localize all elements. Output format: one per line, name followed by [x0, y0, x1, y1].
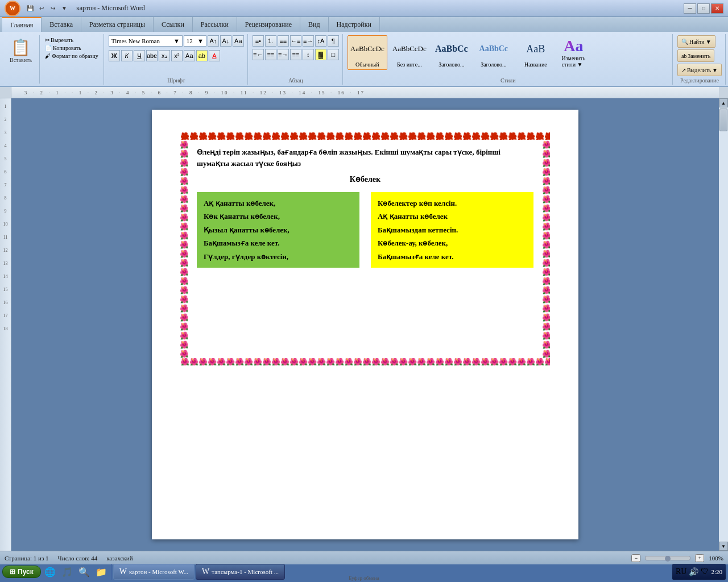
- tab-review[interactable]: Рецензирование: [237, 17, 300, 32]
- poem-title: Көбелек: [197, 174, 533, 184]
- border-bottom: 🌺🌺🌺🌺🌺🌺🌺🌺🌺🌺🌺🌺🌺🌺🌺🌺🌺🌺🌺🌺🌺🌺🌺🌺🌺🌺🌺🌺🌺🌺🌺🌺🌺🌺🌺🌺🌺🌺🌺🌺…: [180, 358, 550, 365]
- zoom-thumb[interactable]: [665, 556, 671, 562]
- tab-layout[interactable]: Разметка страницы: [81, 17, 154, 32]
- search-button[interactable]: 🔍: [76, 564, 92, 580]
- italic-button[interactable]: К: [121, 50, 133, 61]
- quick-dropdown-button[interactable]: ▼: [59, 3, 69, 14]
- bullets-button[interactable]: ≡•: [253, 35, 264, 47]
- ie-button[interactable]: 🌐: [42, 564, 58, 580]
- tray-antivirus-icon[interactable]: 🛡: [701, 567, 709, 576]
- grow-font-button[interactable]: A↑: [208, 35, 219, 47]
- tab-view[interactable]: Вид: [300, 17, 329, 32]
- multilevel-button[interactable]: ≡≡: [278, 35, 289, 47]
- change-styles-button[interactable]: Aa Изменитьстили ▼: [558, 35, 589, 69]
- highlight-button[interactable]: ab: [196, 50, 208, 61]
- style-no-spacing-button[interactable]: AaBbCcDc Без инте...: [390, 35, 429, 70]
- align-left-button[interactable]: ≡←: [253, 49, 264, 60]
- styles-group: AaBbCcDc Обычный AaBbCcDc Без инте... Aa…: [344, 34, 673, 85]
- taskbar-word1[interactable]: W картон - Microsoft W...: [113, 564, 195, 580]
- vertical-scrollbar: ▲ ▼: [719, 98, 728, 551]
- font-name-value: Times New Roman: [111, 38, 160, 44]
- minimize-button[interactable]: ─: [684, 3, 696, 14]
- font-selector-row: Times New Roman ▼ 12 ▼ A↑ A↓ Aa: [109, 35, 244, 47]
- office-button[interactable]: W: [5, 1, 20, 16]
- font-size-value: 12: [187, 38, 193, 44]
- ruler-area: 3 · 2 · 1 · · 1 · 2 · 3 · 4 · 5 · 6 · 7 …: [0, 87, 728, 98]
- superscript-button[interactable]: x²: [171, 50, 183, 61]
- quick-undo-button[interactable]: ↩: [36, 3, 47, 14]
- ribbon: Главная Вставка Разметка страницы Ссылки…: [0, 17, 728, 87]
- folder-button[interactable]: 📁: [93, 564, 109, 580]
- numbering-button[interactable]: 1.: [265, 35, 276, 47]
- borders-button[interactable]: □: [328, 49, 339, 60]
- document-area: 🌺🌺🌺🌺🌺🌺🌺🌺🌺🌺🌺🌺🌺🌺🌺🌺🌺🌺🌺🌺🌺🌺🌺🌺🌺🌺🌺🌺🌺🌺🌺🌺🌺🌺🌺🌺🌺🌺🌺🌺…: [11, 98, 719, 551]
- sort-button[interactable]: ↕A: [315, 35, 326, 47]
- align-right-button[interactable]: ≡→: [278, 49, 289, 60]
- stanza1-line2: Көк қанатты көбелек,: [204, 210, 353, 223]
- increase-indent-button[interactable]: ≡→: [303, 35, 314, 47]
- tab-references[interactable]: Ссылки: [154, 17, 193, 32]
- scroll-thumb[interactable]: [719, 109, 727, 131]
- zoom-out-button[interactable]: −: [631, 554, 640, 562]
- justify-button[interactable]: ≡≡: [290, 49, 301, 60]
- taskbar-word2[interactable]: W тапсырма-1 - Microsoft ...: [196, 564, 285, 580]
- paste-button[interactable]: 📋 Вставить: [6, 35, 36, 66]
- line-spacing-button[interactable]: ↕: [303, 49, 314, 60]
- font-color-button[interactable]: A: [209, 50, 220, 61]
- zoom-in-button[interactable]: +: [695, 554, 704, 562]
- style-heading1-button[interactable]: AaBbCc Заголово...: [432, 35, 471, 70]
- replace-button[interactable]: ab Заменить: [677, 49, 714, 62]
- stanza2-line3: Бақшамыздан кетпесін.: [378, 223, 527, 236]
- language-status: казахский: [106, 555, 133, 562]
- font-name-selector[interactable]: Times New Roman ▼: [109, 35, 183, 47]
- font-group-label: Шрифт: [109, 77, 244, 84]
- text-effects-button[interactable]: Aa: [184, 50, 195, 61]
- cut-button[interactable]: ✂Вырезать: [43, 36, 100, 44]
- bold-button[interactable]: Ж: [109, 50, 120, 61]
- tray-ru-icon[interactable]: RU: [676, 567, 686, 576]
- shrink-font-button[interactable]: A↓: [220, 35, 231, 47]
- select-button[interactable]: ↗ Выделить ▼: [677, 64, 722, 76]
- scroll-track[interactable]: [719, 107, 728, 542]
- taskbar-word2-label: тапсырма-1 - Microsoft ...: [212, 568, 279, 575]
- style-title-button[interactable]: AaB Название: [516, 35, 556, 70]
- scroll-down-button[interactable]: ▼: [719, 542, 728, 551]
- format-paint-button[interactable]: 🖌Формат по образцу: [43, 52, 100, 60]
- strikethrough-button[interactable]: abc: [146, 50, 158, 61]
- tab-mailings[interactable]: Рассылки: [193, 17, 237, 32]
- title-bar-left: W 💾 ↩ ↪ ▼ картон - Microsoft Word: [5, 1, 145, 16]
- tray-network-icon[interactable]: 🔊: [689, 567, 698, 577]
- find-label: Найти: [689, 39, 705, 45]
- tab-home[interactable]: Главная: [2, 17, 42, 32]
- media-button[interactable]: 🎵: [59, 564, 75, 580]
- scroll-up-button[interactable]: ▲: [719, 98, 728, 107]
- maximize-button[interactable]: □: [697, 3, 710, 14]
- zoom-slider[interactable]: [645, 556, 690, 560]
- decrease-indent-button[interactable]: ←≡: [290, 35, 301, 47]
- clear-format-button[interactable]: Aa: [233, 35, 244, 47]
- underline-button[interactable]: Ч: [134, 50, 145, 61]
- copy-button[interactable]: 📄Копировать: [43, 44, 100, 52]
- style-normal-label: Обычный: [355, 61, 379, 68]
- subscript-button[interactable]: x₂: [159, 50, 170, 61]
- style-heading2-label: Заголово...: [481, 61, 506, 68]
- horizontal-ruler: 3 · 2 · 1 · · 1 · 2 · 3 · 4 · 5 · 6 · 7 …: [11, 87, 719, 98]
- stanza-first: Ақ қанатты көбелек, Көк қанатты көбелек,…: [197, 192, 359, 268]
- align-center-button[interactable]: ≡≡: [265, 49, 276, 60]
- stanza-second: Көбелектер көп келсін. Ақ қанатты көбеле…: [371, 192, 533, 268]
- show-marks-button[interactable]: ¶: [328, 35, 339, 47]
- start-button[interactable]: ⊞ Пуск: [2, 566, 41, 578]
- style-heading2-button[interactable]: AaBbCc Заголово...: [474, 35, 514, 70]
- find-button[interactable]: 🔍 Найти ▼: [677, 35, 715, 48]
- tab-addins[interactable]: Надстройки: [329, 17, 380, 32]
- page-status: Страница: 1 из 1: [5, 555, 49, 562]
- tab-insert[interactable]: Вставка: [42, 17, 81, 32]
- stanza2-line2: Ақ қанатты көбелек: [378, 210, 527, 223]
- quick-redo-button[interactable]: ↪: [48, 3, 58, 14]
- font-size-selector[interactable]: 12 ▼: [184, 35, 206, 47]
- style-normal-button[interactable]: AaBbCcDc Обычный: [348, 35, 387, 70]
- taskbar-clock: 2:20: [711, 568, 722, 575]
- shading-button[interactable]: ▓: [315, 49, 326, 60]
- quick-save-button[interactable]: 💾: [25, 3, 35, 14]
- close-button[interactable]: ✕: [711, 3, 723, 14]
